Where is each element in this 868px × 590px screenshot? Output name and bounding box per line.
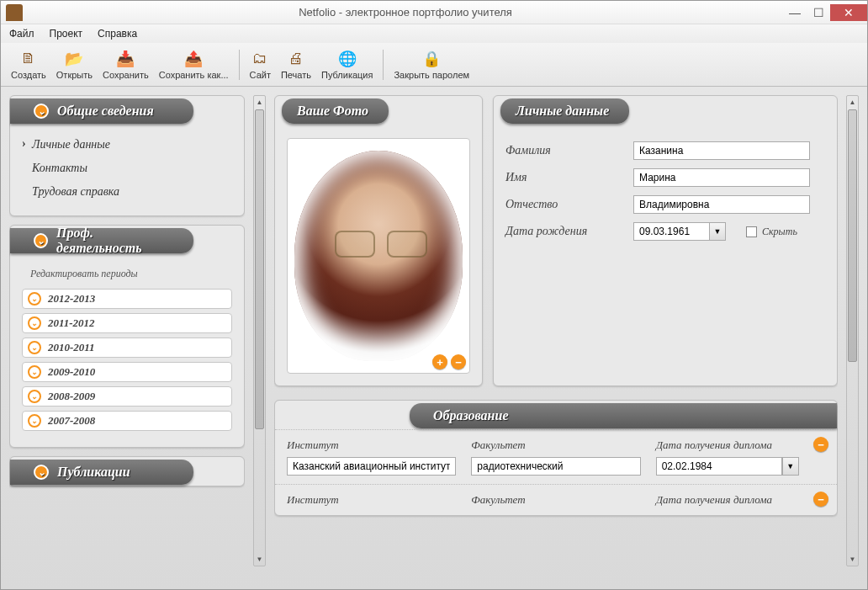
tool-saveas[interactable]: 📤Сохранить как... <box>154 48 234 82</box>
tool-site[interactable]: 🗂Сайт <box>245 48 276 82</box>
panel-prof: ⌄Проф. деятельность Редактировать период… <box>9 225 245 448</box>
input-inst[interactable] <box>287 457 456 476</box>
period-item[interactable]: ⌄2008-2009 <box>22 386 232 407</box>
expand-icon: ⌄ <box>34 233 48 248</box>
scroll-thumb[interactable] <box>255 109 264 429</box>
label-fac: Факультет <box>471 493 640 507</box>
folder-open-icon: 📂 <box>64 50 84 68</box>
nav-contacts[interactable]: Контакты <box>22 157 232 180</box>
tool-publish[interactable]: 🌐Публикация <box>316 48 378 82</box>
tab-personal: Личные данные <box>500 98 629 124</box>
edu-date-dropdown[interactable]: ▼ <box>782 457 799 476</box>
label-dob: Дата рождения <box>505 225 623 238</box>
edu-row: − Институт Факультет Дата получения дипл… <box>275 484 837 515</box>
menu-help[interactable]: Справка <box>98 28 137 40</box>
period-item[interactable]: ⌄2011-2012 <box>22 313 232 333</box>
main-pane: Ваше Фото + − Личные данные Фамилия <box>274 95 838 581</box>
nav-personal[interactable]: Личные данные <box>22 133 232 157</box>
dob-dropdown[interactable]: ▼ <box>709 222 726 241</box>
close-button[interactable]: ✕ <box>830 4 867 21</box>
user-photo <box>294 151 463 361</box>
label-firstname: Имя <box>505 171 623 184</box>
period-item[interactable]: ⌄2012-2013 <box>22 289 232 309</box>
file-icon: 🗎 <box>19 50 39 68</box>
toolbar-sep <box>383 50 384 80</box>
photo-box: + − <box>287 138 470 374</box>
chevron-down-icon: ⌄ <box>28 390 41 403</box>
photo-remove-button[interactable]: − <box>451 354 466 369</box>
panel-education: Образование − Институт Факультет Дата по… <box>274 400 838 516</box>
chevron-down-icon: ⌄ <box>28 414 41 428</box>
title-bar: Netfolio - электронное портфолио учителя… <box>1 1 867 24</box>
edu-row-delete[interactable]: − <box>813 437 828 452</box>
sidebar-scrollbar[interactable]: ▲▼ <box>253 95 266 566</box>
toolbar: 🗎Создать 📂Открыть 📥Сохранить 📤Сохранить … <box>1 43 867 87</box>
checkbox-icon <box>746 226 757 237</box>
expand-icon: ⌄ <box>34 465 49 480</box>
tab-education: Образование <box>410 403 837 428</box>
scroll-down-icon[interactable]: ▼ <box>254 553 265 566</box>
input-fac[interactable] <box>471 457 640 476</box>
input-lastname[interactable] <box>633 141 810 160</box>
label-inst: Институт <box>287 493 456 507</box>
menu-project[interactable]: Проект <box>50 28 83 40</box>
toolbar-sep <box>239 50 240 80</box>
lock-icon: 🔒 <box>421 50 442 68</box>
menu-file[interactable]: Файл <box>9 28 34 40</box>
expand-icon: ⌄ <box>34 104 49 119</box>
saveas-icon: 📤 <box>183 50 204 68</box>
label-fac: Факультет <box>471 439 640 452</box>
chevron-down-icon: ⌄ <box>28 341 41 354</box>
tab-pub[interactable]: ⌄Публикации <box>10 460 193 485</box>
period-item[interactable]: ⌄2007-2008 <box>22 411 232 431</box>
input-patronymic[interactable] <box>633 195 810 214</box>
tab-prof[interactable]: ⌄Проф. деятельность <box>10 228 193 253</box>
sidebar: ⌄Общие сведения Личные данные Контакты Т… <box>9 95 245 581</box>
scroll-down-icon[interactable]: ▼ <box>847 553 858 566</box>
label-date: Дата получения диплома <box>656 439 825 452</box>
chevron-down-icon: ⌄ <box>28 292 41 306</box>
content: ⌄Общие сведения Личные данные Контакты Т… <box>1 87 867 589</box>
tool-print[interactable]: 🖨Печать <box>276 48 316 82</box>
tab-general[interactable]: ⌄Общие сведения <box>10 98 193 124</box>
period-item[interactable]: ⌄2009-2010 <box>22 362 232 382</box>
label-inst: Институт <box>287 439 456 452</box>
tool-create[interactable]: 🗎Создать <box>6 48 51 82</box>
input-firstname[interactable] <box>633 168 810 187</box>
chevron-down-icon: ⌄ <box>28 316 41 330</box>
label-lastname: Фамилия <box>505 144 623 157</box>
edu-row: − Институт Факультет Дата получения дипл… <box>275 429 837 484</box>
app-icon <box>6 4 23 21</box>
panel-pub: ⌄Публикации <box>9 456 245 486</box>
hide-dob-checkbox[interactable]: Скрыть <box>746 226 797 238</box>
print-icon: 🖨 <box>286 50 306 68</box>
menu-bar: Файл Проект Справка <box>1 24 867 43</box>
maximize-button[interactable]: ☐ <box>807 4 830 21</box>
tab-photo: Ваше Фото <box>282 98 389 124</box>
period-item[interactable]: ⌄2010-2011 <box>22 338 232 358</box>
photo-add-button[interactable]: + <box>432 354 447 369</box>
tool-open[interactable]: 📂Открыть <box>51 48 98 82</box>
window-title: Netfolio - электронное портфолио учителя <box>28 6 783 19</box>
minimize-button[interactable]: — <box>783 4 807 21</box>
site-icon: 🗂 <box>250 50 270 68</box>
chevron-down-icon: ⌄ <box>28 365 41 379</box>
scroll-up-icon[interactable]: ▲ <box>847 96 858 109</box>
edit-periods[interactable]: Редактировать периоды <box>22 263 232 289</box>
label-patronymic: Отчество <box>505 198 623 211</box>
save-icon: 📥 <box>115 50 135 68</box>
glasses-icon <box>335 231 427 256</box>
nav-work[interactable]: Трудовая справка <box>22 180 232 204</box>
panel-personal: Личные данные Фамилия Имя Отчество <box>493 95 838 386</box>
input-edu-date[interactable] <box>656 457 782 476</box>
globe-icon: 🌐 <box>337 50 357 68</box>
scroll-up-icon[interactable]: ▲ <box>254 96 265 109</box>
input-dob[interactable] <box>633 222 709 241</box>
edu-row-delete[interactable]: − <box>813 492 828 507</box>
scroll-thumb[interactable] <box>848 109 857 362</box>
main-scrollbar[interactable]: ▲▼ <box>846 95 859 566</box>
tool-lock[interactable]: 🔒Закрыть паролем <box>389 48 474 82</box>
panel-general: ⌄Общие сведения Личные данные Контакты Т… <box>9 95 245 216</box>
panel-photo: Ваше Фото + − <box>274 95 483 386</box>
tool-save[interactable]: 📥Сохранить <box>98 48 154 82</box>
